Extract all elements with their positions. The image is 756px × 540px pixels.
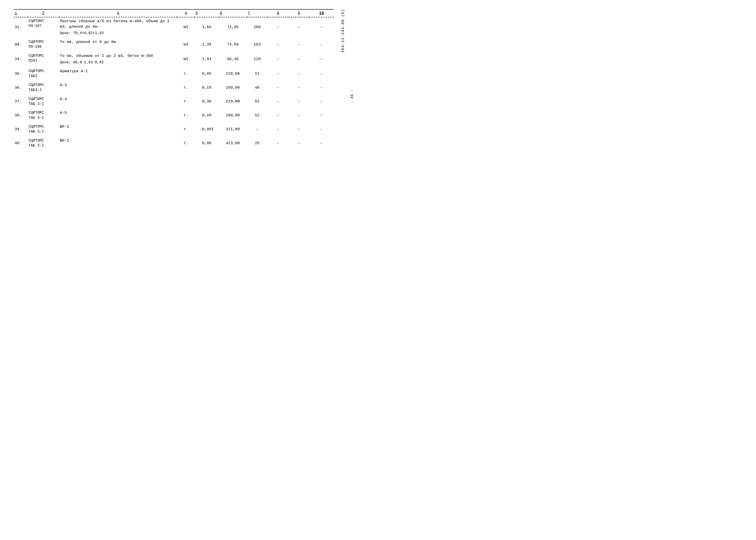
row-val6: 72,85: [219, 17, 247, 37]
row-val5: 3,65: [194, 17, 219, 37]
row-val8: –: [268, 137, 289, 149]
row-val6: 74,05: [219, 38, 247, 51]
row-description: BP-I: [59, 123, 177, 136]
main-table: 1 2 3 4 5 6 7: [14, 9, 334, 149]
row-val10: –: [309, 68, 334, 80]
row-val8: –: [268, 81, 289, 94]
row-val10: –: [309, 81, 334, 94]
table-row: 33.СЦИТОMI П9-290То же, длиной от 6 до 9…: [14, 38, 334, 51]
row-description: То же, объемом от I до 2 м3, бетон м-300…: [59, 52, 177, 66]
col-header-7: 7: [247, 9, 268, 17]
table-row: 37.СЦИТОMI ТАБ 3-IА-4т.0,36229,0082–––: [14, 95, 334, 108]
row-val7: 52: [247, 109, 268, 122]
row-description: BP-2: [59, 137, 177, 149]
row-val5: 0,06: [194, 137, 219, 149]
col-header-6: 6: [219, 9, 247, 17]
row-val9: –: [289, 137, 309, 149]
row-val8: –: [268, 109, 289, 122]
row-number: 37.: [14, 95, 28, 108]
row-code: СЦИТОMI ТАБ 3-I: [28, 123, 59, 136]
row-number: 38.: [14, 109, 28, 122]
row-val5: 0,I9: [194, 81, 219, 94]
row-description: А-3: [59, 81, 177, 94]
col-header-2: 2: [28, 9, 59, 17]
table-row: 35.СЦИТОMI ТАБIАрматура А-Iт.0,05229,00I…: [14, 68, 334, 80]
col-header-4: 4: [177, 9, 194, 17]
row-val10: –: [309, 95, 334, 108]
row-unit: м3: [177, 52, 194, 66]
col-header-3: 3: [59, 9, 177, 17]
table-body: 32.СЦИТОMI П9-287Прогоны сборные ж/б из …: [14, 17, 334, 149]
row-unit: т.: [177, 137, 194, 149]
row-val8: –: [268, 95, 289, 108]
row-number: 39.: [14, 123, 28, 136]
row-val10: –: [309, 17, 334, 37]
row-description: То же, длиной от 6 до 9м: [59, 38, 177, 51]
table-row: 32.СЦИТОMI П9-287Прогоны сборные ж/б из …: [14, 17, 334, 37]
row-val6: 260,00: [219, 109, 247, 122]
col-header-8: 8: [268, 9, 289, 17]
row-val7: 82: [247, 95, 268, 108]
row-val9: –: [289, 17, 309, 37]
row-val10: –: [309, 109, 334, 122]
row-description: А-5: [59, 109, 177, 122]
row-number: 33.: [14, 38, 28, 51]
table-row: 34.СЦИТОMI П29IТо же, объемом от I до 2 …: [14, 52, 334, 66]
row-val7: 48: [247, 81, 268, 94]
row-val7: IO3: [247, 38, 268, 51]
row-val8: –: [268, 52, 289, 66]
row-val6: 32I,00: [219, 123, 247, 136]
row-unit: т.: [177, 123, 194, 136]
row-val7: I29: [247, 52, 268, 66]
row-code: СЦИТОMI ТАБ3-I: [28, 81, 59, 94]
row-number: 36.: [14, 81, 28, 94]
row-val6: 66,45: [219, 52, 247, 66]
row-code: СЦИТОMI ТАБI: [28, 68, 59, 80]
row-val8: –: [268, 123, 289, 136]
row-description: Арматура А-I: [59, 68, 177, 80]
table-row: 40.СЦИТОMI ТАБ 3-IBP-2т.0,06423,0025–––: [14, 137, 334, 149]
row-number: 32.: [14, 17, 28, 37]
row-code: СЦИТОMI П29I: [28, 52, 59, 66]
row-code: СЦИТОMI П9-290: [28, 38, 59, 51]
row-val7: II: [247, 68, 268, 80]
row-val6: 229,00: [219, 68, 247, 80]
row-val5: I,39: [194, 38, 219, 51]
col-header-5: 5: [194, 9, 219, 17]
row-number: 34.: [14, 52, 28, 66]
row-unit: т.: [177, 81, 194, 94]
row-val9: –: [289, 38, 309, 51]
col-header-10: 10: [309, 9, 334, 17]
row-unit: т.: [177, 109, 194, 122]
row-val10: –: [309, 137, 334, 149]
row-val9: –: [289, 52, 309, 66]
row-description: А-4: [59, 95, 177, 108]
row-val5: -0,00I: [194, 123, 219, 136]
table-row: 39.СЦИТОMI ТАБ 3-IBP-Iт.-0,00I32I,00––––: [14, 123, 334, 136]
row-val9: –: [289, 68, 309, 80]
row-val6: 229,00: [219, 95, 247, 108]
row-val10: –: [309, 123, 334, 136]
row-val7: 266: [247, 17, 268, 37]
row-description: Прогоны сборные ж/б из бетона м-400, объ…: [59, 17, 177, 37]
row-code: СЦИТОMI ТАБ 3-I: [28, 95, 59, 108]
row-val5: 0,36: [194, 95, 219, 108]
row-val10: –·: [309, 52, 334, 66]
side-text: 264-12-244.88 (5): [341, 9, 345, 53]
row-val9: –: [289, 81, 309, 94]
row-val8: –: [268, 38, 289, 51]
row-code: СЦИТОMI ТАБ 3-I: [28, 137, 59, 149]
row-val5: 0,05: [194, 68, 219, 80]
row-unit: т.: [177, 68, 194, 80]
row-number: 40.: [14, 137, 28, 149]
row-unit: м3: [177, 38, 194, 51]
row-val9: –: [289, 95, 309, 108]
row-unit: м3: [177, 17, 194, 37]
col-header-9: 9: [289, 9, 309, 17]
page-number: - 45 -: [350, 89, 354, 103]
row-val9: –: [289, 123, 309, 136]
row-number: 35.: [14, 68, 28, 80]
row-val7: –: [247, 123, 268, 136]
row-val10: –: [309, 38, 334, 51]
row-val8: –: [268, 68, 289, 80]
